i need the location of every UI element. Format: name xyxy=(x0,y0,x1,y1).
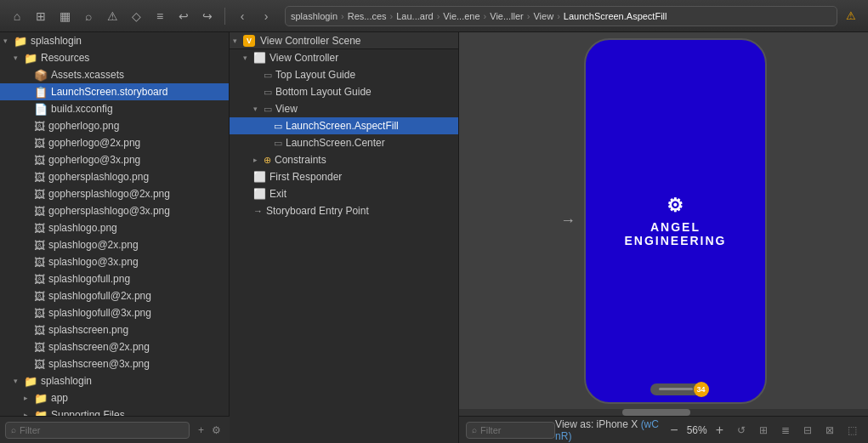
sidebar-item-build[interactable]: 📄 build.xcconfig xyxy=(0,100,229,117)
sidebar-item-app[interactable]: 📁 app xyxy=(0,389,229,406)
toolbar-undo-btn[interactable]: ↩ xyxy=(173,6,194,26)
launch-label: LaunchScreen.storyboard xyxy=(51,86,167,98)
breadcrumb[interactable]: splashlogin › Res...ces › Lau...ard › Vi… xyxy=(285,6,837,26)
tree-entry-point[interactable]: → Storyboard Entry Point xyxy=(230,202,458,219)
vc-label: View Controller xyxy=(269,52,338,64)
view-as-label: View as: iPhone X (wC nR) xyxy=(555,418,661,442)
splashscreen2x-label: splashscreen@2x.png xyxy=(48,341,150,353)
gophersplash3x-label: gophersplashlogo@3x.png xyxy=(48,205,170,217)
toolbar-grid-btn[interactable]: ⊞ xyxy=(31,6,51,26)
scene-title: View Controller Scene xyxy=(260,35,361,47)
handle-top-left[interactable] xyxy=(584,38,589,43)
sidebar-root[interactable]: 📁 Resources splashlogin xyxy=(0,32,229,49)
sidebar-item-splashscreen[interactable]: 🖼 splashscreen.png xyxy=(0,321,229,338)
handle-bottom-left[interactable] xyxy=(584,399,589,404)
entry-label: Storyboard Entry Point xyxy=(266,205,369,217)
sidebar-filter-box[interactable]: ⌕ xyxy=(5,422,190,439)
splashscreen-icon: 🖼 xyxy=(34,324,45,337)
canvas-content[interactable]: → ⚙ ANGEL ENGINEERING xyxy=(459,32,868,409)
scene-header-item[interactable]: V View Controller Scene xyxy=(230,32,458,49)
sidebar-item-launchscreen[interactable]: 📋 LaunchScreen.storyboard xyxy=(0,83,229,100)
sidebar-settings-btn[interactable]: ⚙ xyxy=(209,421,224,440)
toolbar-warn-btn[interactable]: ⚠ xyxy=(102,6,122,26)
canvas-scrollbar-thumb[interactable] xyxy=(622,409,690,416)
tree-top-layout[interactable]: ▭ Top Layout Guide xyxy=(230,66,458,83)
toolbar-list-btn[interactable]: ≡ xyxy=(150,6,170,26)
breadcrumb-viewscene[interactable]: Vie...ene xyxy=(443,11,479,21)
tree-constraints[interactable]: ⊕ Constraints xyxy=(230,151,458,168)
splashlogofull-icon: 🖼 xyxy=(34,273,45,286)
splashlogo3x-icon: 🖼 xyxy=(34,256,45,269)
tree-view-controller[interactable]: ⬜ View Controller xyxy=(230,49,458,66)
splashlogofull2x-icon: 🖼 xyxy=(34,290,45,303)
angel-text-line2: ENGINEERING xyxy=(624,234,726,247)
sidebar-item-gophersplash[interactable]: 🖼 gophersplashlogo.png xyxy=(0,168,229,185)
exit-icon: ⬜ xyxy=(253,188,266,200)
canvas-refresh-btn[interactable]: ↺ xyxy=(732,421,751,440)
toolbar-search-btn[interactable]: ⌕ xyxy=(78,6,99,26)
sidebar-item-splashlogo[interactable]: 🖼 splashlogo.png xyxy=(0,219,229,236)
sidebar-filter-input[interactable] xyxy=(20,425,184,435)
sidebar-item-resources[interactable]: 📁 Resources xyxy=(0,49,229,66)
canvas-expand-btn[interactable]: ⬚ xyxy=(842,421,861,440)
iphone-mock[interactable]: ⚙ ANGEL ENGINEERING 34 xyxy=(584,38,767,404)
sidebar-item-gopherlogo[interactable]: 🖼 gopherlogo.png xyxy=(0,117,229,134)
splashlogo-label: splashlogo.png xyxy=(48,222,117,234)
splashlogo3x-label: splashlogo@3x.png xyxy=(48,256,139,268)
toolbar-home-btn[interactable]: ⌂ xyxy=(7,6,27,26)
left-filter-box[interactable]: ⌕ xyxy=(466,422,555,439)
zoom-out-btn[interactable]: − xyxy=(668,423,679,438)
sidebar-item-splashlogofull2x[interactable]: 🖼 splashlogofull@2x.png xyxy=(0,287,229,304)
splashscreen3x-label: splashscreen@3x.png xyxy=(48,358,150,370)
sidebar-item-splashlogin-group[interactable]: 📁 splashlogin xyxy=(0,372,229,389)
breadcrumb-resources[interactable]: Res...ces xyxy=(348,11,387,21)
sidebar-add-btn[interactable]: + xyxy=(193,421,208,440)
sidebar-item-splashlogo2x[interactable]: 🖼 splashlogo@2x.png xyxy=(0,236,229,253)
nav-back-btn[interactable]: ‹ xyxy=(232,6,252,26)
nav-forward-btn[interactable]: › xyxy=(256,6,276,26)
toolbar-tile-btn[interactable]: ▦ xyxy=(54,6,75,26)
gophersplash-label: gophersplashlogo.png xyxy=(48,171,149,183)
sidebar-item-gophersplash3x[interactable]: 🖼 gophersplashlogo@3x.png xyxy=(0,202,229,219)
canvas-collapse-btn[interactable]: ⊠ xyxy=(820,421,839,440)
sidebar-item-splashlogofull3x[interactable]: 🖼 splashlogofull@3x.png xyxy=(0,304,229,321)
sidebar-item-gophersplash2x[interactable]: 🖼 gophersplashlogo@2x.png xyxy=(0,185,229,202)
tree-aspectfill[interactable]: ▭ LaunchScreen.AspectFill xyxy=(230,117,458,134)
breadcrumb-splashlogin[interactable]: splashlogin xyxy=(291,11,338,21)
canvas-grid-btn[interactable]: ⊞ xyxy=(754,421,773,440)
sidebar-item-splashscreen3x[interactable]: 🖼 splashscreen@3x.png xyxy=(0,355,229,372)
canvas-split-btn[interactable]: ⊟ xyxy=(798,421,817,440)
splashlogin-group-label: splashlogin xyxy=(41,375,92,387)
center-icon: ▭ xyxy=(274,138,282,149)
zoom-in-btn[interactable]: + xyxy=(714,423,725,438)
sidebar-item-splashlogofull[interactable]: 🖼 splashlogofull.png xyxy=(0,270,229,287)
breadcrumb-launch[interactable]: Lau...ard xyxy=(396,11,433,21)
breadcrumb-view[interactable]: View xyxy=(533,11,553,21)
tree-view[interactable]: ▭ View xyxy=(230,100,458,117)
root-arrow xyxy=(3,37,14,45)
tree-exit[interactable]: ⬜ Exit xyxy=(230,185,458,202)
toolbar-warning-icon[interactable]: ⚠ xyxy=(841,6,861,26)
sidebar-item-splashscreen2x[interactable]: 🖼 splashscreen@2x.png xyxy=(0,338,229,355)
view-label: View xyxy=(275,103,298,115)
sidebar-item-gopherlogo3x[interactable]: 🖼 gopherlogo@3x.png xyxy=(0,151,229,168)
tree-bottom-layout[interactable]: ▭ Bottom Layout Guide xyxy=(230,83,458,100)
breadcrumb-aspectfill[interactable]: LaunchScreen.AspectFill xyxy=(564,11,667,21)
sidebar-item-splashlogo3x[interactable]: 🖼 splashlogo@3x.png xyxy=(0,253,229,270)
sidebar-item-assets[interactable]: 📦 Assets.xcassets xyxy=(0,66,229,83)
tree-first-responder[interactable]: ⬜ First Responder xyxy=(230,168,458,185)
canvas-list-btn[interactable]: ≣ xyxy=(776,421,795,440)
left-filter-input[interactable] xyxy=(480,425,548,435)
handle-bottom-right[interactable] xyxy=(762,399,767,404)
toolbar-shape-btn[interactable]: ◇ xyxy=(126,6,146,26)
canvas-scrollbar-h[interactable] xyxy=(459,409,868,416)
toolbar-separator-1 xyxy=(224,8,225,25)
handle-top-right[interactable] xyxy=(762,38,767,43)
splashlogin-group-icon: 📁 xyxy=(24,375,37,388)
root-label-display: splashlogin xyxy=(31,35,82,47)
toolbar-redo-btn[interactable]: ↪ xyxy=(197,6,218,26)
breadcrumb-viewctrl[interactable]: Vie...ller xyxy=(490,11,524,21)
tree-center[interactable]: ▭ LaunchScreen.Center xyxy=(230,134,458,151)
canvas-bottom-bar: ⌕ View as: iPhone X (wC nR) − 56% + ↺ ⊞ … xyxy=(459,416,868,443)
sidebar-item-gopherlogo2x[interactable]: 🖼 gopherlogo@2x.png xyxy=(0,134,229,151)
